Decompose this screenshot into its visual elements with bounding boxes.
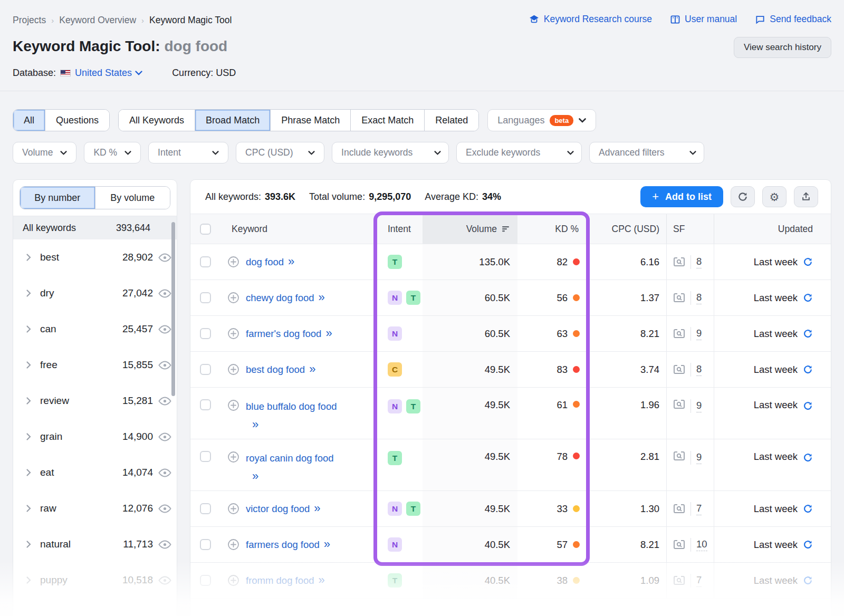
column-kd[interactable]: KD % (555, 224, 579, 235)
add-keyword-icon[interactable] (227, 363, 239, 376)
tab-all[interactable]: All (13, 110, 45, 131)
column-intent[interactable]: Intent (388, 224, 411, 235)
sidebar-group-item[interactable]: grain14,900 (13, 419, 177, 455)
keyword-link[interactable]: dog food (246, 256, 284, 267)
tab-exact-match[interactable]: Exact Match (350, 110, 424, 131)
tab-phrase-match[interactable]: Phrase Match (270, 110, 350, 131)
expand-keyword-icon[interactable]: » (252, 416, 337, 434)
filter-intent[interactable]: Intent (148, 142, 228, 163)
chevron-right-icon[interactable] (26, 432, 32, 441)
keyword-link[interactable]: blue buffalo dog food (246, 401, 337, 412)
chevron-right-icon[interactable] (26, 468, 32, 477)
add-keyword-icon[interactable] (227, 574, 239, 586)
column-updated[interactable]: Updated (778, 224, 813, 235)
column-sf[interactable]: SF (673, 224, 685, 235)
filter-include-keywords[interactable]: Include keywords (332, 142, 449, 163)
keyword-link[interactable]: farmers dog food (246, 539, 320, 550)
filter-advanced[interactable]: Advanced filters (589, 142, 704, 163)
chevron-right-icon[interactable] (26, 397, 32, 405)
eye-icon[interactable] (158, 397, 171, 406)
keyword-link[interactable]: best dog food (246, 364, 305, 375)
serp-preview-icon[interactable] (673, 257, 685, 267)
serp-preview-icon[interactable] (673, 329, 685, 339)
expand-keyword-icon[interactable]: » (309, 362, 315, 376)
keyword-link[interactable]: fromm dog food (246, 575, 314, 586)
sort-descending-icon[interactable] (502, 226, 510, 232)
chevron-right-icon[interactable] (26, 253, 32, 262)
serp-features-count[interactable]: 7 (696, 502, 702, 515)
user-manual-link[interactable]: User manual (670, 14, 737, 25)
eye-icon[interactable] (158, 576, 171, 585)
serp-preview-icon[interactable] (673, 364, 685, 374)
database-selector[interactable]: United States (75, 68, 142, 79)
filter-cpc[interactable]: CPC (USD) (236, 142, 324, 163)
chevron-right-icon[interactable] (26, 576, 32, 584)
breadcrumb-keyword-overview[interactable]: Keyword Overview (59, 15, 136, 26)
chevron-right-icon[interactable] (26, 361, 32, 369)
eye-icon[interactable] (158, 504, 171, 513)
add-to-list-button[interactable]: + Add to list (640, 186, 723, 207)
refresh-metrics-icon[interactable] (803, 540, 813, 550)
sidebar-group-item[interactable]: natural11,713 (13, 526, 177, 562)
select-all-checkbox[interactable] (200, 224, 211, 235)
filter-kd[interactable]: KD % (84, 142, 141, 163)
tab-broad-match[interactable]: Broad Match (195, 110, 270, 131)
row-checkbox[interactable] (200, 256, 211, 267)
refresh-metrics-icon[interactable] (803, 504, 813, 514)
expand-keyword-icon[interactable]: » (319, 291, 325, 304)
add-keyword-icon[interactable] (227, 399, 239, 411)
add-keyword-icon[interactable] (227, 503, 239, 515)
add-keyword-icon[interactable] (227, 538, 239, 551)
refresh-metrics-icon[interactable] (803, 329, 813, 339)
serp-features-count[interactable]: 10 (696, 538, 707, 551)
sidebar-group-item[interactable]: review15,281 (13, 383, 177, 419)
chevron-right-icon[interactable] (26, 289, 32, 297)
tab-questions[interactable]: Questions (45, 110, 109, 131)
refresh-metrics-icon[interactable] (803, 401, 813, 411)
serp-preview-icon[interactable] (673, 504, 685, 514)
filter-volume[interactable]: Volume (13, 142, 76, 163)
eye-icon[interactable] (158, 361, 171, 370)
row-checkbox[interactable] (200, 575, 211, 586)
eye-icon[interactable] (158, 289, 171, 298)
eye-icon[interactable] (158, 253, 171, 262)
settings-button[interactable]: ⚙ (762, 186, 787, 207)
serp-preview-icon[interactable] (673, 399, 685, 409)
serp-preview-icon[interactable] (673, 293, 685, 303)
refresh-metrics-icon[interactable] (803, 364, 813, 374)
row-checkbox[interactable] (200, 364, 211, 375)
row-checkbox[interactable] (200, 292, 211, 303)
serp-features-count[interactable]: 8 (696, 255, 702, 268)
column-cpc[interactable]: CPC (USD) (612, 224, 659, 235)
serp-preview-icon[interactable] (673, 451, 685, 461)
keyword-link[interactable]: royal canin dog food (246, 453, 334, 464)
tab-related[interactable]: Related (424, 110, 478, 131)
sidebar-group-item[interactable]: puppy10,518 (13, 562, 177, 598)
add-keyword-icon[interactable] (227, 328, 239, 340)
serp-features-count[interactable]: 9 (696, 327, 702, 340)
eye-icon[interactable] (158, 432, 171, 441)
keyword-link[interactable]: victor dog food (246, 503, 310, 514)
export-button[interactable] (794, 186, 818, 207)
serp-features-count[interactable]: 8 (696, 363, 702, 376)
keyword-research-course-link[interactable]: Keyword Research course (529, 14, 652, 25)
chevron-right-icon[interactable] (26, 540, 32, 548)
expand-keyword-icon[interactable]: » (252, 467, 334, 485)
row-checkbox[interactable] (200, 399, 211, 410)
tab-by-volume[interactable]: By volume (95, 187, 170, 209)
breadcrumb-projects[interactable]: Projects (13, 15, 46, 26)
serp-features-count[interactable]: 8 (696, 291, 702, 304)
tab-all-keywords[interactable]: All Keywords (119, 110, 195, 131)
refresh-metrics-icon[interactable] (803, 293, 813, 303)
sidebar-group-item[interactable]: free15,855 (13, 347, 177, 383)
sidebar-group-item[interactable]: eat14,074 (13, 455, 177, 490)
serp-features-count[interactable]: 7 (696, 574, 702, 587)
serp-features-count[interactable]: 9 (696, 399, 702, 412)
languages-dropdown[interactable]: Languages beta (487, 109, 596, 131)
expand-keyword-icon[interactable]: » (324, 537, 330, 551)
send-feedback-link[interactable]: Send feedback (755, 14, 831, 25)
column-volume[interactable]: Volume (466, 224, 497, 235)
chevron-right-icon[interactable] (26, 504, 32, 513)
add-keyword-icon[interactable] (227, 292, 239, 304)
chevron-right-icon[interactable] (26, 325, 32, 333)
